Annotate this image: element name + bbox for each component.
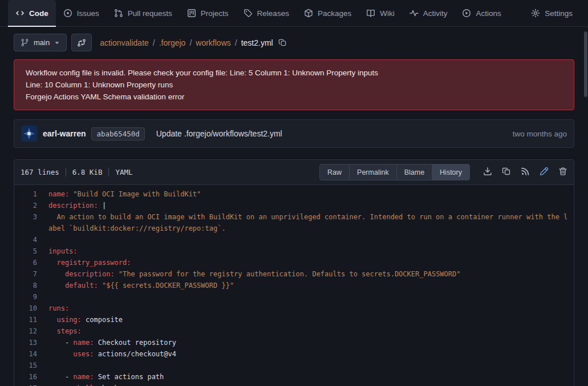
line-number[interactable]: 12: [14, 325, 37, 337]
line-number[interactable]: 10: [14, 303, 37, 314]
file-icon-actions: [473, 167, 567, 178]
nav-tab-label: Actions: [476, 9, 501, 18]
code-text: runs:: [37, 303, 574, 314]
error-line: Forgejo Actions YAML Schema validation e…: [26, 91, 562, 103]
releases-icon: [244, 9, 253, 18]
code-line: 1name: "Build OCI Image with BuildKit": [14, 188, 574, 200]
breadcrumb-forgejo[interactable]: .forgejo: [159, 38, 186, 47]
file-header: 167 lines 6.8 KiB YAML RawPermalinkBlame…: [14, 160, 574, 185]
nav-tab-label: Activity: [423, 9, 448, 18]
line-number[interactable]: 5: [14, 246, 37, 257]
nav-tab-label: Pull requests: [128, 9, 172, 18]
permalink-button[interactable]: Permalink: [349, 164, 397, 180]
breadcrumb-test2-yml: test2.yml: [241, 38, 273, 47]
download-button[interactable]: [483, 167, 492, 178]
branch-name: main: [34, 38, 50, 47]
copy-content-button[interactable]: [502, 167, 511, 178]
breadcrumb-path: actionvalidate/.forgejo/workflows/test2.…: [100, 38, 273, 47]
scrollbar-thumb[interactable]: [584, 31, 587, 97]
code-line: 15: [14, 360, 574, 371]
git-compare-icon: [77, 38, 86, 47]
breadcrumb-actionvalidate[interactable]: actionvalidate: [100, 38, 149, 47]
line-number[interactable]: 14: [14, 348, 37, 360]
line-number[interactable]: 2: [14, 200, 37, 211]
line-number[interactable]: 15: [14, 360, 37, 371]
code-line: 11 using: composite: [14, 314, 574, 325]
code-line: 14 uses: actions/checkout@v4: [14, 348, 574, 360]
line-number[interactable]: 1: [14, 188, 37, 200]
meta-divider: [66, 168, 66, 176]
code-text: name: "Build OCI Image with BuildKit": [37, 188, 574, 200]
code-text: description: "The password for the regis…: [37, 268, 574, 280]
breadcrumb-separator: /: [153, 38, 155, 47]
repo-nav-right: Settings: [524, 0, 580, 26]
line-number[interactable]: 6: [14, 257, 37, 268]
projects-icon: [187, 9, 196, 18]
line-number[interactable]: 7: [14, 268, 37, 280]
code-text: uses: actions/checkout@v4: [37, 348, 574, 360]
commit-hash-badge[interactable]: abab65450d: [91, 127, 144, 140]
nav-tab-activity[interactable]: Activity: [402, 0, 455, 26]
edit-file-button[interactable]: [540, 167, 549, 178]
code-text: inputs:: [37, 246, 574, 257]
nav-tab-issues[interactable]: Issues: [56, 0, 107, 26]
avatar[interactable]: [21, 126, 37, 142]
history-button[interactable]: History: [432, 164, 470, 180]
breadcrumb-workflows[interactable]: workflows: [196, 38, 230, 47]
line-number[interactable]: 13: [14, 337, 37, 348]
code-line: 6 registry_password:: [14, 257, 574, 268]
code-text: using: composite: [37, 314, 574, 325]
nav-tab-projects[interactable]: Projects: [180, 0, 236, 26]
line-number[interactable]: 16: [14, 371, 37, 383]
activity-icon: [409, 9, 419, 18]
line-number[interactable]: 11: [14, 314, 37, 325]
branch-selector[interactable]: main: [14, 34, 67, 51]
code-text: registry_password:: [37, 257, 574, 268]
repo-nav: CodeIssuesPull requestsProjectsReleasesP…: [0, 0, 588, 27]
git-branch-icon: [21, 38, 29, 47]
line-number[interactable]: 8: [14, 280, 37, 291]
code-line: 4: [14, 234, 574, 246]
code-text: default: "${{ secrets.DOCKER_PASSWORD }}…: [37, 280, 574, 291]
code-text: steps:: [37, 325, 574, 337]
nav-tab-label: Releases: [257, 9, 289, 18]
nav-tab-pull-requests[interactable]: Pull requests: [107, 0, 180, 26]
repo-content: main actionvalidate/.forgejo/workflows/t…: [0, 34, 588, 386]
code-line: 9: [14, 291, 574, 303]
blame-button[interactable]: Blame: [396, 164, 432, 180]
delete-file-button[interactable]: [558, 167, 567, 178]
nav-tab-actions[interactable]: Actions: [455, 0, 508, 26]
rss-button[interactable]: [521, 167, 530, 178]
nav-tab-label: Issues: [77, 9, 99, 18]
line-number[interactable]: 17: [14, 383, 37, 386]
line-number[interactable]: 3: [14, 211, 37, 223]
scrollbar: [583, 0, 588, 386]
commit-message[interactable]: Update .forgejo/workflows/test2.yml: [156, 129, 282, 138]
code-text: [37, 360, 574, 371]
line-number[interactable]: 4: [14, 234, 37, 246]
compare-button[interactable]: [71, 34, 92, 51]
file-line-count: 167 lines: [21, 168, 59, 176]
line-number[interactable]: 9: [14, 291, 37, 303]
branch-row: main actionvalidate/.forgejo/workflows/t…: [14, 34, 574, 51]
raw-button[interactable]: Raw: [319, 164, 350, 180]
code-line: 3 An action to build an OCI image with B…: [14, 211, 574, 234]
actions-icon: [462, 9, 471, 18]
pencil-icon: [540, 167, 549, 176]
code-line: 7 description: "The password for the reg…: [14, 268, 574, 280]
file-view: 167 lines 6.8 KiB YAML RawPermalinkBlame…: [14, 159, 574, 386]
error-banner: Workflow config file is invalid. Please …: [14, 59, 574, 110]
wiki-icon: [366, 9, 375, 18]
code-line: 10runs:: [14, 303, 574, 314]
code-text: - name: Checkout repository: [37, 337, 574, 348]
commit-author[interactable]: earl-warren: [43, 129, 86, 138]
download-icon: [483, 167, 492, 176]
copy-icon: [502, 167, 511, 176]
nav-tab-code[interactable]: Code: [8, 0, 56, 26]
nav-tab-settings[interactable]: Settings: [524, 0, 580, 26]
nav-tab-releases[interactable]: Releases: [236, 0, 297, 26]
copy-path-icon[interactable]: [278, 38, 287, 47]
code-icon: [15, 9, 25, 18]
nav-tab-packages[interactable]: Packages: [297, 0, 359, 26]
nav-tab-wiki[interactable]: Wiki: [359, 0, 402, 26]
